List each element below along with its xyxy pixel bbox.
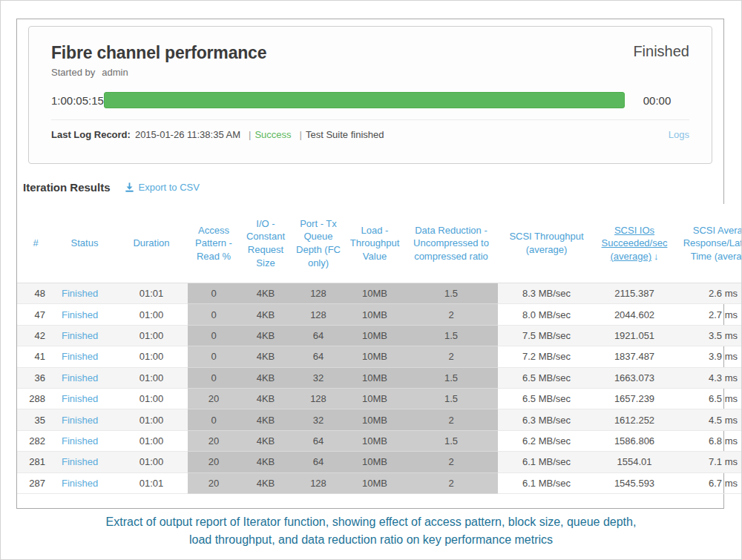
status-link[interactable]: Finished [62, 330, 98, 341]
cell: 4KB [240, 346, 292, 367]
cell: 4KB [240, 409, 292, 430]
status-link[interactable]: Finished [62, 435, 98, 447]
cell: 287 [17, 472, 54, 493]
cell: 20 [188, 472, 240, 493]
iteration-results-table: #StatusDurationAccess Pattern - Read %I/… [17, 204, 742, 494]
cell: 0 [188, 367, 240, 388]
cell: 288 [17, 388, 54, 409]
column-header[interactable]: SCSI Average Response/Latency Time (aver… [674, 204, 742, 283]
cell: 6.7 ms [674, 472, 742, 493]
table-row: 288Finished01:00204KB12810MB1.56.5 MB/se… [17, 388, 742, 409]
column-header[interactable]: Port - Tx Queue Depth (FC only) [292, 204, 345, 283]
cell: 32 [292, 409, 345, 430]
elapsed-time: 1:00:05:15 [51, 94, 104, 107]
status-badge: Finished [633, 43, 689, 60]
column-header[interactable]: SCSI Throughput (average) [498, 204, 595, 283]
table-row: 48Finished01:0104KB12810MB1.58.3 MB/sec2… [17, 283, 742, 304]
status-cell: Finished [54, 388, 115, 409]
cell: 4.5 ms [674, 409, 742, 430]
cell: 01:00 [115, 388, 188, 409]
report-panel: Fibre channel performance Finished Start… [16, 19, 724, 509]
status-link[interactable]: Finished [62, 372, 98, 383]
cell: 6.5 MB/sec [498, 388, 595, 409]
cell: 01:00 [115, 367, 188, 388]
cell: 1657.239 [595, 388, 674, 409]
iteration-results-title: Iteration Results [23, 181, 111, 194]
cell: 1.5 [404, 430, 498, 451]
status-link[interactable]: Finished [62, 456, 98, 467]
cell: 01:00 [115, 409, 188, 430]
cell: 42 [17, 325, 54, 346]
column-header[interactable]: Access Pattern - Read % [188, 204, 240, 283]
status-cell: Finished [54, 325, 115, 346]
status-link[interactable]: Finished [62, 478, 98, 489]
logs-link[interactable]: Logs [669, 129, 689, 140]
sort-descending-icon: ↓ [654, 250, 659, 263]
cell: 0 [188, 325, 240, 346]
last-log-time: 2015-01-26 11:38:35 AM [135, 129, 240, 140]
cell: 1.5 [404, 388, 498, 409]
progress-row: 1:00:05:15 00:00 [51, 92, 689, 108]
cell: 281 [17, 452, 54, 472]
cell: 7.2 MB/sec [498, 346, 595, 367]
export-to-csv-label: Export to CSV [139, 182, 200, 193]
table-row: 281Finished01:00204KB6410MB26.1 MB/sec15… [17, 452, 742, 472]
cell: 10MB [345, 283, 404, 304]
column-header[interactable]: Status [54, 204, 115, 283]
cell: 0 [188, 409, 240, 430]
cell: 01:01 [115, 283, 188, 304]
started-by-label: Started by [51, 67, 95, 78]
cell: 10MB [345, 388, 404, 409]
cell: 6.5 ms [674, 388, 742, 409]
cell: 6.1 MB/sec [498, 452, 595, 472]
cell: 4KB [240, 367, 292, 388]
cell: 20 [188, 430, 240, 451]
figure-caption: Extract of output report of Iterator fun… [0, 513, 742, 549]
download-icon [124, 182, 135, 193]
cell: 8.0 MB/sec [498, 304, 595, 325]
column-header[interactable]: # [17, 204, 54, 283]
cell: 10MB [345, 346, 404, 367]
cell: 1545.593 [595, 472, 674, 493]
cell: 8.3 MB/sec [498, 283, 595, 304]
cell: 4KB [240, 388, 292, 409]
status-cell: Finished [54, 367, 115, 388]
cell: 1586.806 [595, 430, 674, 451]
cell: 10MB [345, 304, 404, 325]
cell: 1554.01 [595, 452, 674, 472]
column-header[interactable]: Data Reduction - Uncompressed to compres… [404, 204, 498, 283]
status-cell: Finished [54, 346, 115, 367]
cell: 128 [292, 304, 345, 325]
status-link[interactable]: Finished [62, 288, 98, 299]
status-link[interactable]: Finished [62, 309, 98, 320]
table-row: 282Finished01:00204KB6410MB1.56.2 MB/sec… [17, 430, 742, 451]
cell: 35 [17, 409, 54, 430]
cell: 1.5 [404, 283, 498, 304]
cell: 48 [17, 283, 54, 304]
column-header-label: SCSI Throughput (average) [509, 231, 583, 255]
cell: 10MB [345, 367, 404, 388]
cell: 01:00 [115, 325, 188, 346]
column-header[interactable]: SCSI IOs Succeeded/sec (average)↓ [595, 204, 674, 283]
table-row: 42Finished01:0004KB6410MB1.57.5 MB/sec19… [17, 325, 742, 346]
export-to-csv-link[interactable]: Export to CSV [124, 182, 200, 193]
separator: | [249, 129, 251, 140]
cell: 01:00 [115, 430, 188, 451]
column-header-label: Load - Throughput Value [350, 225, 400, 262]
cell: 10MB [345, 472, 404, 493]
column-header[interactable]: Load - Throughput Value [345, 204, 404, 283]
status-link[interactable]: Finished [62, 351, 98, 362]
status-link[interactable]: Finished [62, 415, 98, 426]
status-link[interactable]: Finished [62, 393, 98, 404]
cell: 2.7 ms [674, 304, 742, 325]
cell: 1.5 [404, 325, 498, 346]
last-log-status: Success [255, 129, 291, 140]
cell: 41 [17, 346, 54, 367]
cell: 1.5 [404, 367, 498, 388]
column-header[interactable]: I/O - Constant Request Size [240, 204, 292, 283]
table-header-row: #StatusDurationAccess Pattern - Read %I/… [17, 204, 742, 283]
started-by-user: admin [102, 67, 128, 78]
last-log-message: Test Suite finished [306, 129, 384, 140]
cell: 10MB [345, 409, 404, 430]
column-header[interactable]: Duration [115, 204, 188, 283]
